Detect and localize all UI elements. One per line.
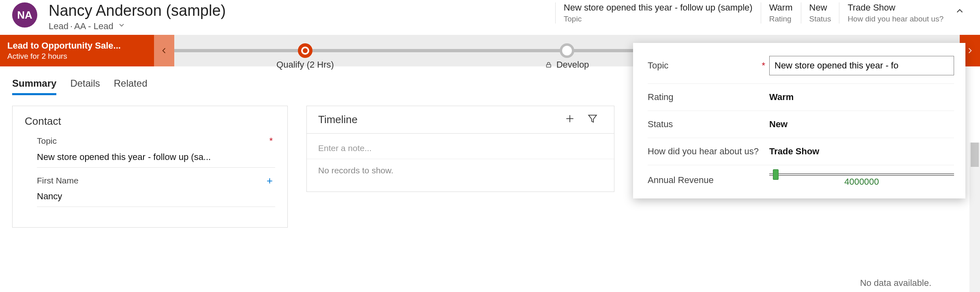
topic-input[interactable] bbox=[769, 56, 954, 75]
avatar: NA bbox=[12, 2, 37, 28]
field-label: Topic bbox=[37, 136, 57, 146]
stage-label: Qualify (2 Hrs) bbox=[276, 60, 334, 70]
field-topic[interactable]: Topic * New store opened this year - fol… bbox=[37, 136, 275, 168]
section-title: Timeline bbox=[318, 113, 357, 126]
timeline-note-input[interactable]: Enter a note... bbox=[318, 134, 603, 159]
flyout-row-revenue[interactable]: Annual Revenue 4000000 bbox=[648, 165, 954, 195]
tab-related[interactable]: Related bbox=[114, 78, 148, 95]
filter-icon[interactable] bbox=[587, 113, 598, 126]
flyout-label: How did you hear about us? bbox=[648, 146, 759, 157]
header-field-status[interactable]: New Status bbox=[801, 2, 839, 23]
flyout-label: Rating bbox=[648, 92, 674, 102]
header-field-value: New bbox=[809, 2, 831, 13]
flyout-row-rating[interactable]: Rating Warm bbox=[648, 84, 954, 111]
slider-value: 4000000 bbox=[769, 177, 954, 187]
process-prev-button[interactable] bbox=[154, 35, 174, 66]
title-block: Nancy Anderson (sample) Lead · AA - Lead bbox=[49, 2, 226, 32]
tab-summary[interactable]: Summary bbox=[12, 78, 56, 95]
stage-label: Develop bbox=[556, 60, 589, 70]
field-label: First Name bbox=[37, 176, 79, 185]
record-subtitle[interactable]: Lead · AA - Lead bbox=[49, 21, 226, 32]
svg-rect-0 bbox=[546, 64, 551, 67]
header-field-value: Trade Show bbox=[847, 2, 944, 13]
stage-dot-icon bbox=[560, 43, 574, 58]
form-selector-label: AA - Lead bbox=[74, 21, 113, 32]
contact-section: Contact Topic * New store opened this ye… bbox=[12, 106, 288, 228]
timeline-section: Timeline Enter a note... No records to s… bbox=[306, 106, 614, 192]
entity-name: Lead bbox=[49, 21, 68, 32]
collapse-header-button[interactable] bbox=[952, 2, 968, 16]
flyout-label: Topic bbox=[648, 60, 668, 71]
header-field-rating[interactable]: Warm Rating bbox=[761, 2, 801, 23]
field-first-name[interactable]: First Name + Nancy bbox=[37, 176, 275, 207]
flyout-row-status[interactable]: Status New bbox=[648, 111, 954, 138]
header-field-topic[interactable]: New store opened this year - follow up (… bbox=[555, 2, 761, 23]
header-field-label: Topic bbox=[564, 15, 753, 23]
add-icon[interactable] bbox=[565, 113, 575, 126]
timeline-empty-text: No records to show. bbox=[318, 159, 603, 175]
flyout-label: Annual Revenue bbox=[648, 175, 714, 185]
record-title: Nancy Anderson (sample) bbox=[49, 2, 226, 19]
record-header: NA Nancy Anderson (sample) Lead · AA - L… bbox=[0, 0, 980, 32]
vertical-scrollbar[interactable] bbox=[969, 143, 980, 228]
header-field-label: How did you hear about us? bbox=[847, 15, 944, 23]
lock-icon bbox=[545, 61, 552, 68]
section-title: Contact bbox=[25, 115, 275, 128]
recommended-icon: + bbox=[267, 179, 275, 183]
flyout-value[interactable]: Warm bbox=[769, 92, 954, 102]
flyout-topic-input[interactable] bbox=[769, 56, 954, 75]
process-duration: Active for 2 hours bbox=[7, 52, 147, 61]
chevron-down-icon[interactable] bbox=[118, 21, 126, 32]
annual-revenue-slider[interactable]: 4000000 bbox=[769, 173, 954, 187]
required-icon: * bbox=[762, 60, 769, 71]
tab-details[interactable]: Details bbox=[70, 78, 100, 95]
header-field-value: New store opened this year - follow up (… bbox=[564, 2, 753, 13]
field-value[interactable]: New store opened this year - follow up (… bbox=[37, 152, 275, 168]
header-field-label: Status bbox=[809, 15, 831, 23]
separator: · bbox=[70, 21, 73, 32]
flyout-label: Status bbox=[648, 119, 673, 130]
field-value[interactable]: Nancy bbox=[37, 191, 275, 207]
flyout-row-source[interactable]: How did you hear about us? Trade Show bbox=[648, 138, 954, 165]
header-field-source[interactable]: Trade Show How did you hear about us? bbox=[839, 2, 952, 23]
process-header[interactable]: Lead to Opportunity Sale... Active for 2… bbox=[0, 35, 154, 66]
scrollbar-thumb[interactable] bbox=[971, 143, 979, 167]
header-field-value: Warm bbox=[769, 2, 793, 13]
stage-dot-active-icon bbox=[298, 43, 312, 58]
required-icon: * bbox=[269, 136, 275, 146]
flyout-value[interactable]: Trade Show bbox=[769, 146, 954, 157]
flyout-value[interactable]: New bbox=[769, 119, 954, 130]
svg-marker-3 bbox=[588, 115, 597, 122]
slider-handle-icon[interactable] bbox=[773, 169, 779, 180]
flyout-row-topic: Topic * bbox=[648, 48, 954, 84]
header-flyout: Topic * Rating Warm Status New How did y… bbox=[633, 43, 965, 198]
process-name: Lead to Opportunity Sale... bbox=[7, 40, 147, 51]
header-field-label: Rating bbox=[769, 15, 793, 23]
